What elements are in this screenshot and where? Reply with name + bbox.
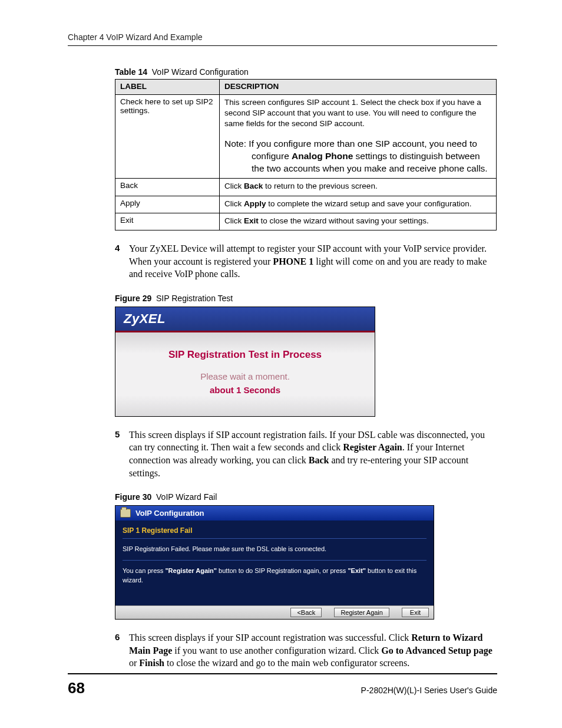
figure29-caption: Figure 29 SIP Registration Test bbox=[115, 294, 497, 303]
table-row: Exit Click Exit to close the wizard with… bbox=[115, 213, 497, 230]
bold: "Exit" bbox=[348, 567, 366, 574]
config-table: LABEL DESCRIPTION Check here to set up S… bbox=[115, 79, 497, 230]
table-row: Check here to set up SIP2 settings. This… bbox=[115, 95, 497, 179]
divider bbox=[123, 560, 427, 561]
fig-title: SIP Registration Test bbox=[156, 294, 233, 303]
chapter-header: Chapter 4 VoIP Wizard And Example bbox=[68, 32, 497, 45]
step-6: 6 This screen displays if your SIP accou… bbox=[115, 631, 497, 670]
fail-subhead: SIP 1 Registered Fail bbox=[115, 521, 434, 536]
bold: Go to Advanced Setup page bbox=[381, 645, 492, 655]
th-label: LABEL bbox=[115, 80, 220, 95]
header-rule bbox=[68, 45, 497, 46]
note-bold: Analog Phone bbox=[292, 151, 353, 161]
table-number: Table 14 bbox=[115, 67, 147, 77]
txt: Click bbox=[224, 182, 244, 190]
fig-number: Figure 30 bbox=[115, 492, 151, 502]
sip-test-wait: Please wait a moment. bbox=[121, 371, 369, 381]
table-title: VoIP Wizard Configuration bbox=[152, 67, 249, 77]
table-row: Apply Click Apply to complete the wizard… bbox=[115, 196, 497, 213]
button-bar: <Back Register Again Exit bbox=[115, 605, 434, 619]
table-caption: Table 14 VoIP Wizard Configuration bbox=[115, 67, 497, 77]
sip-test-title: SIP Registration Test in Process bbox=[121, 349, 369, 361]
step-number: 6 bbox=[115, 631, 129, 670]
cell-label: Exit bbox=[115, 213, 220, 230]
row0-desc: This screen configures SIP account 1. Se… bbox=[224, 97, 491, 130]
table-row: Back Click Back to return to the previou… bbox=[115, 179, 497, 196]
cell-label: Check here to set up SIP2 settings. bbox=[115, 95, 220, 179]
cell-desc: Click Exit to close the wizard without s… bbox=[220, 213, 497, 230]
cell-label: Back bbox=[115, 179, 220, 196]
txt: to close the wizard and go to the main w… bbox=[164, 658, 409, 668]
figure30-caption: Figure 30 VoIP Wizard Fail bbox=[115, 492, 497, 502]
page-number: 68 bbox=[68, 679, 85, 697]
txt: Click bbox=[224, 199, 244, 208]
cell-desc: Click Apply to complete the wizard setup… bbox=[220, 196, 497, 213]
step-number: 4 bbox=[115, 242, 129, 281]
cell-desc: This screen configures SIP account 1. Se… bbox=[220, 95, 497, 179]
fail-msg2: You can press "Register Again" button to… bbox=[115, 563, 434, 589]
footer-rule bbox=[68, 673, 497, 674]
txt: if you want to use another configuration… bbox=[172, 645, 381, 655]
step-body: This screen displays if your SIP account… bbox=[129, 631, 497, 670]
window-title: VoIP Configuration bbox=[135, 509, 204, 518]
txt: or bbox=[129, 658, 139, 668]
sip-test-seconds: about 1 Seconds bbox=[121, 385, 369, 395]
step-body: This screen displays if SIP account regi… bbox=[129, 429, 497, 479]
txt: to close the wizard without saving your … bbox=[259, 216, 429, 225]
bold: "Register Again" bbox=[165, 567, 217, 574]
txt: button to do SIP Registration again, or … bbox=[217, 567, 348, 574]
txt: to complete the wizard setup and save yo… bbox=[266, 199, 472, 208]
fig-number: Figure 29 bbox=[115, 294, 151, 303]
window-titlebar: VoIP Configuration bbox=[115, 506, 434, 521]
cell-label: Apply bbox=[115, 196, 220, 213]
fig-title: VoIP Wizard Fail bbox=[156, 492, 217, 502]
folder-icon bbox=[120, 509, 131, 518]
fail-msg1: SIP Registration Failed. Please make sur… bbox=[115, 541, 434, 558]
bold: Register Again bbox=[343, 442, 402, 452]
zyxel-logo: ZyXEL bbox=[115, 307, 375, 332]
step-number: 5 bbox=[115, 429, 129, 479]
row0-note: Note: If you configure more than one SIP… bbox=[224, 138, 491, 175]
bold: Back bbox=[309, 455, 329, 465]
txt: You can press bbox=[123, 567, 165, 574]
step-5: 5 This screen displays if SIP account re… bbox=[115, 429, 497, 479]
bold: Exit bbox=[244, 216, 259, 225]
txt: Click bbox=[224, 216, 244, 225]
cell-desc: Click Back to return to the previous scr… bbox=[220, 179, 497, 196]
step-4: 4 Your ZyXEL Device will attempt to regi… bbox=[115, 242, 497, 281]
register-again-button[interactable]: Register Again bbox=[334, 608, 389, 617]
divider bbox=[123, 538, 427, 539]
step-body: Your ZyXEL Device will attempt to regist… bbox=[129, 242, 497, 281]
guide-name: P-2802H(W)(L)-I Series User's Guide bbox=[361, 686, 497, 695]
bold: Back bbox=[244, 182, 263, 190]
th-desc: DESCRIPTION bbox=[220, 80, 497, 95]
bold: Apply bbox=[244, 199, 266, 208]
page-footer: 68 P-2802H(W)(L)-I Series User's Guide bbox=[68, 673, 497, 697]
bold: Finish bbox=[139, 658, 164, 668]
txt: This screen displays if your SIP account… bbox=[129, 633, 411, 643]
back-button[interactable]: <Back bbox=[290, 608, 322, 617]
bold: PHONE 1 bbox=[273, 256, 313, 266]
figure29: ZyXEL SIP Registration Test in Process P… bbox=[115, 307, 375, 417]
figure30: VoIP Configuration SIP 1 Registered Fail… bbox=[115, 505, 434, 620]
txt: to return to the previous screen. bbox=[263, 182, 377, 190]
exit-button[interactable]: Exit bbox=[402, 608, 429, 617]
